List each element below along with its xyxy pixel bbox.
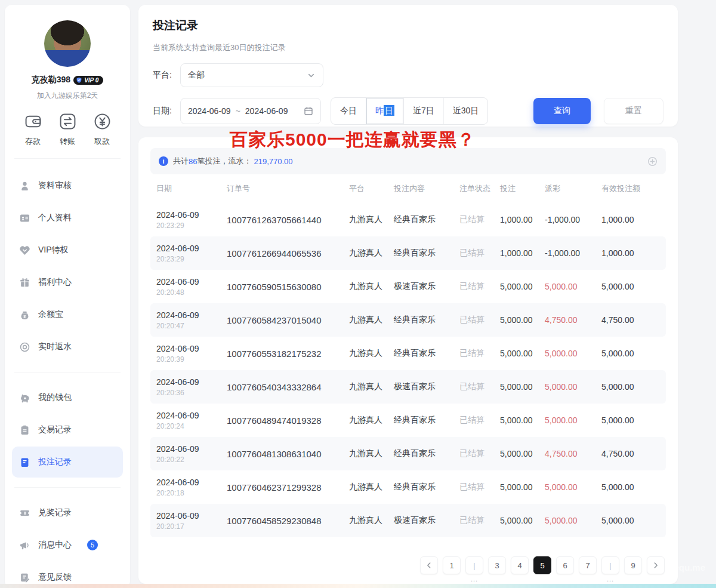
cell-content: 经典百家乐 xyxy=(394,315,459,325)
rebate-icon xyxy=(19,341,30,353)
date-end: 2024-06-09 xyxy=(245,106,288,116)
platform-label: 平台: xyxy=(153,70,180,81)
cell-platform: 九游真人 xyxy=(349,315,394,325)
sidebar-item-vip[interactable]: VIP特权 xyxy=(12,235,123,266)
sidebar-item-label: 资料审核 xyxy=(38,180,72,191)
platform-filter-row: 平台: 全部 xyxy=(153,63,663,87)
sidebar-item-transactions[interactable]: 交易记录 xyxy=(12,414,123,445)
search-button[interactable]: 查询 xyxy=(533,98,591,124)
pagination-ellipsis[interactable]: |... xyxy=(465,556,483,574)
table-row: 2024-06-0920:20:361007760540343332864九游真… xyxy=(150,370,666,404)
bet-record-icon xyxy=(19,457,30,468)
table-row: 2024-06-0920:20:241007760489474019328九游真… xyxy=(150,404,666,437)
sidebar-item-label: 交易记录 xyxy=(38,424,72,435)
quick-action-withdraw[interactable]: 取款 xyxy=(88,112,116,147)
pagination-page-5[interactable]: 5 xyxy=(533,556,551,574)
date-filter-row: 日期: 2024-06-09 ~ 2024-06-09 今日昨日近7日近30日 … xyxy=(153,97,663,125)
column-header: 投注内容 xyxy=(394,183,459,194)
pagination-page-7[interactable]: 7 xyxy=(579,556,597,574)
sidebar-item-label: 投注记录 xyxy=(38,457,72,467)
column-header: 日期 xyxy=(156,183,227,194)
sidebar-item-label: 福利中心 xyxy=(38,277,72,288)
sidebar-item-label: VIP特权 xyxy=(38,245,69,255)
cell-status: 已结算 xyxy=(459,214,500,225)
pagination-prev-button[interactable] xyxy=(420,556,438,574)
quick-date-button-3[interactable]: 近7日 xyxy=(404,98,444,124)
divider xyxy=(14,158,121,159)
cell-content: 经典百家乐 xyxy=(394,448,459,459)
quick-date-label: 今日 xyxy=(340,106,357,116)
cell-content: 经典百家乐 xyxy=(394,348,459,359)
cell-bet: 5,000.00 xyxy=(500,482,545,492)
sidebar-item-rebate[interactable]: 实时返水 xyxy=(12,331,123,362)
pagination-page-4[interactable]: 4 xyxy=(511,556,529,574)
table-row: 2024-06-0920:20:391007760553182175232九游真… xyxy=(150,337,666,370)
page-subtitle: 当前系统支持查询最近30日的投注记录 xyxy=(153,42,663,53)
date-start: 2024-06-09 xyxy=(188,106,231,116)
divider xyxy=(14,372,121,372)
sidebar-item-bet-records[interactable]: 投注记录 xyxy=(12,447,123,478)
sidebar-item-label: 意见反馈 xyxy=(38,572,72,583)
sidebar-item-label: 实时返水 xyxy=(38,341,72,352)
sidebar-item-wallet[interactable]: 我的钱包 xyxy=(12,382,123,413)
cell-order-no: 1007760540343332864 xyxy=(227,382,349,392)
info-icon: i xyxy=(159,156,168,166)
date-range-input[interactable]: 2024-06-09 ~ 2024-06-09 xyxy=(180,98,321,124)
cell-order-no: 1007760462371299328 xyxy=(227,482,349,492)
plus-circle-icon[interactable] xyxy=(647,156,658,167)
quick-action-deposit[interactable]: 存款 xyxy=(19,112,47,147)
cell-order-no: 1007760584237015040 xyxy=(227,315,349,325)
cell-status: 已结算 xyxy=(459,415,500,426)
quick-action-transfer[interactable]: 转账 xyxy=(54,112,81,147)
table-row: 2024-06-0920:20:481007760590515630080九游真… xyxy=(150,270,666,303)
cell-platform: 九游真人 xyxy=(349,214,394,225)
table-body: 2024-06-0920:23:291007761263705661440九游真… xyxy=(150,203,666,537)
pagination-page-6[interactable]: 6 xyxy=(556,556,574,574)
reset-button[interactable]: 重置 xyxy=(604,98,663,124)
quick-action-label: 取款 xyxy=(94,136,110,147)
chevron-down-icon xyxy=(307,71,316,80)
cell-content: 经典百家乐 xyxy=(394,415,459,426)
sidebar-item-profile[interactable]: 个人资料 xyxy=(12,202,123,233)
table-row: 2024-06-0920:20:221007760481308631040九游真… xyxy=(150,437,666,470)
cell-payout: 5,000.00 xyxy=(545,282,601,291)
quick-date-button-2[interactable]: 昨日 xyxy=(366,98,404,124)
sidebar-item-messages[interactable]: 消息中心5 xyxy=(12,529,123,561)
cell-date: 2024-06-0920:20:36 xyxy=(156,377,227,397)
cell-valid-bet: 1,000.00 xyxy=(601,215,660,224)
platform-select[interactable]: 全部 xyxy=(180,63,323,87)
sidebar-item-welfare[interactable]: 福利中心 xyxy=(12,267,123,298)
cell-valid-bet: 5,000.00 xyxy=(601,415,660,425)
cell-bet: 5,000.00 xyxy=(500,282,545,291)
pagination-next-button[interactable] xyxy=(647,556,665,574)
pagination-page-1[interactable]: 1 xyxy=(443,556,461,574)
annotation-overlay-text: 百家乐5000一把连赢就要黑？ xyxy=(230,128,476,152)
sidebar-menu: 资料审核个人资料VIP特权福利中心余额宝实时返水我的钱包交易记录投注记录兑奖记录… xyxy=(5,170,130,588)
pagination-ellipsis[interactable]: |... xyxy=(601,556,619,574)
bottom-gradient-strip xyxy=(0,584,716,588)
cell-payout: 5,000.00 xyxy=(545,516,601,525)
sidebar-item-yuebao[interactable]: 余额宝 xyxy=(12,299,123,330)
quick-date-group: 今日昨日近7日近30日 xyxy=(331,97,488,125)
quick-date-button-1[interactable]: 今日 xyxy=(331,98,366,124)
cell-status: 已结算 xyxy=(459,281,500,292)
sidebar-item-audit[interactable]: 资料审核 xyxy=(12,170,123,201)
chevron-left-icon xyxy=(425,561,433,569)
quick-date-button-4[interactable]: 近30日 xyxy=(444,98,488,124)
pagination-page-9[interactable]: 9 xyxy=(624,556,642,574)
pagination-page-3[interactable]: 3 xyxy=(488,556,506,574)
cell-order-no: 1007760481308631040 xyxy=(227,449,349,459)
cell-valid-bet: 5,000.00 xyxy=(601,349,660,358)
shield-icon xyxy=(76,77,82,84)
cell-status: 已结算 xyxy=(459,448,500,459)
cell-payout: -1,000.00 xyxy=(545,215,601,224)
cell-platform: 九游真人 xyxy=(349,248,394,258)
cell-order-no: 1007761263705661440 xyxy=(227,215,349,225)
sidebar-item-label: 消息中心 xyxy=(38,540,72,550)
cell-payout: -1,000.00 xyxy=(545,248,601,258)
transfer-icon xyxy=(58,112,78,131)
sidebar-item-prizes[interactable]: 兑奖记录 xyxy=(12,497,123,528)
cell-platform: 九游真人 xyxy=(349,381,394,392)
cell-bet: 5,000.00 xyxy=(500,449,545,458)
sidebar-item-label: 我的钱包 xyxy=(38,392,72,403)
